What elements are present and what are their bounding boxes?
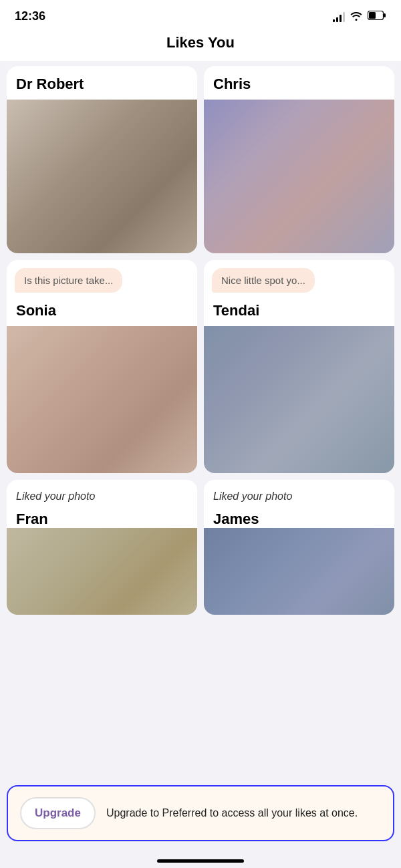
card-name-sonia: Sonia [7,298,197,326]
card-bubble-tendai: Nice little spot yo... [212,268,315,293]
main-content: Dr Robert Chris Is this picture take... … [0,61,401,762]
svg-rect-1 [384,13,386,17]
card-photo-james [204,528,394,615]
svg-rect-2 [369,12,376,19]
card-liked-fran: Liked your photo [7,480,197,508]
card-fran[interactable]: Liked your photo Fran [7,480,197,615]
card-name-fran: Fran [7,508,197,528]
status-icons [333,10,386,23]
upgrade-button[interactable]: Upgrade [20,797,96,829]
card-photo-tendai [204,326,394,473]
wifi-icon [350,10,363,23]
signal-icon [333,11,345,22]
upgrade-banner: Upgrade Upgrade to Preferred to access a… [7,785,394,841]
card-james[interactable]: Liked your photo James [204,480,394,615]
card-sonia[interactable]: Is this picture take... Sonia [7,260,197,473]
page-header: Likes You [0,29,401,61]
card-name-chris: Chris [204,66,394,100]
card-chris[interactable]: Chris [204,66,394,253]
card-bubble-sonia: Is this picture take... [15,268,122,293]
home-indicator [157,859,244,863]
card-photo-fran [7,528,197,615]
card-name-james: James [204,508,394,528]
card-dr-robert[interactable]: Dr Robert [7,66,197,253]
page-title: Likes You [0,34,401,51]
card-photo-sonia [7,326,197,473]
card-tendai[interactable]: Nice little spot yo... Tendai [204,260,394,473]
upgrade-message: Upgrade to Preferred to access all your … [106,806,358,821]
cards-grid: Dr Robert Chris Is this picture take... … [7,66,394,615]
card-name-dr-robert: Dr Robert [7,66,197,100]
card-name-tendai: Tendai [204,298,394,326]
status-bar: 12:36 [0,0,401,29]
status-time: 12:36 [15,9,45,23]
card-photo-dr-robert [7,100,197,253]
card-photo-chris [204,100,394,253]
battery-icon [368,11,386,23]
card-liked-james: Liked your photo [204,480,394,508]
